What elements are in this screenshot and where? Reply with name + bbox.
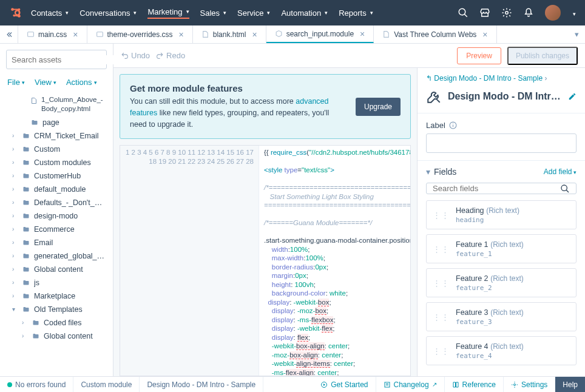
search-assets-field[interactable] [12, 55, 113, 64]
breadcrumb-link[interactable]: Design Modo - DM Intro - Sample [434, 74, 543, 83]
close-tab-icon[interactable]: × [73, 30, 78, 39]
search-icon[interactable] [458, 7, 468, 18]
info-icon[interactable] [449, 121, 457, 129]
gear-icon[interactable] [501, 7, 512, 18]
upgrade-banner: Get more module features You can still e… [120, 74, 411, 139]
tab-overflow-icon[interactable]: ▾ [568, 25, 585, 43]
file-menu[interactable]: File [7, 78, 25, 87]
folder-marketplace[interactable]: ›Marketplace [0, 289, 113, 303]
bell-icon[interactable] [523, 7, 534, 18]
folder-default-module[interactable]: ›default_module [0, 183, 113, 196]
actions-menu[interactable]: Actions [66, 78, 97, 87]
folder-global-content[interactable]: ›Global content [0, 329, 113, 343]
search-assets-input[interactable] [6, 50, 107, 69]
field-name: Feature 3 [456, 308, 489, 317]
file-tabs-bar: main.css×theme-overrides.css×blank.html×… [0, 25, 585, 44]
field-item-feature_4[interactable]: ⋮⋮Feature 4 (Rich text)feature_4 [426, 336, 577, 365]
folder-label: design-modo [34, 212, 78, 220]
code-editor[interactable]: 1 2 3 4 5 6 7 8 9 10 11 12 13 14 15 16 1… [120, 145, 411, 376]
svg-point-21 [513, 384, 515, 385]
folder-page[interactable]: page [0, 116, 113, 129]
field-item-feature_2[interactable]: ⋮⋮Feature 2 (Rich text)feature_2 [426, 268, 577, 297]
folder-customerhub[interactable]: ›CustomerHub [0, 169, 113, 183]
close-tab-icon[interactable]: × [482, 30, 487, 39]
nav-item-conversations[interactable]: Conversations [79, 7, 137, 19]
folder-label: Custom [34, 145, 60, 154]
folder-crm-ticket-email[interactable]: ›CRM_Ticket_Email [0, 129, 113, 143]
collapse-sidebar-icon[interactable] [0, 25, 18, 43]
tab-vast-three-column-webs[interactable]: Vast Three Column Webs× [374, 25, 496, 43]
nav-item-service[interactable]: Service [237, 7, 270, 19]
hubspot-logo-icon[interactable] [9, 6, 22, 19]
preview-button[interactable]: Preview [457, 47, 501, 64]
breadcrumb-back-icon[interactable]: ↰ [426, 74, 432, 83]
drag-handle-icon[interactable]: ⋮⋮ [433, 211, 450, 219]
edit-title-icon[interactable] [568, 92, 577, 101]
tab-search-input-module[interactable]: search_input.module× [266, 25, 374, 43]
folder-label: Marketplace [34, 292, 75, 300]
folder-design-modo[interactable]: ›design-modo [0, 209, 113, 223]
close-tab-icon[interactable]: × [179, 30, 184, 39]
changelog-link[interactable]: Changelog ↗ [376, 377, 445, 392]
nav-item-sales[interactable]: Sales [200, 7, 227, 19]
field-id: feature_4 [456, 352, 524, 360]
search-fields-field[interactable] [433, 184, 560, 193]
reference-link[interactable]: Reference [445, 377, 504, 392]
nav-item-reports[interactable]: Reports [339, 7, 373, 19]
field-item-heading[interactable]: ⋮⋮Heading (Rich text)heading [426, 200, 577, 229]
folder-email[interactable]: ›Email [0, 236, 113, 249]
nav-item-contacts[interactable]: Contacts [31, 7, 69, 19]
folder-defaults-don-t-delete[interactable]: ›Defaults_-_Don't_Delete [0, 196, 113, 209]
user-avatar[interactable] [545, 5, 561, 21]
add-field-button[interactable]: Add field [544, 167, 577, 176]
search-fields-input[interactable] [426, 183, 577, 194]
folder-label: default_module [34, 185, 86, 194]
help-button[interactable]: Help [555, 377, 585, 392]
drag-handle-icon[interactable]: ⋮⋮ [433, 313, 450, 321]
folder-custom[interactable]: ›Custom [0, 143, 113, 156]
drag-handle-icon[interactable]: ⋮⋮ [433, 347, 450, 355]
field-item-feature_1[interactable]: ⋮⋮Feature 1 (Rich text)feature_1 [426, 234, 577, 263]
close-tab-icon[interactable]: × [252, 30, 257, 39]
close-tab-icon[interactable]: × [360, 29, 365, 39]
field-item-feature_3[interactable]: ⋮⋮Feature 3 (Rich text)feature_3 [426, 302, 577, 331]
drag-handle-icon[interactable]: ⋮⋮ [433, 245, 450, 253]
upgrade-button[interactable]: Upgrade [356, 98, 401, 116]
tab-theme-overrides-css[interactable]: theme-overrides.css× [87, 25, 193, 43]
settings-link[interactable]: Settings [504, 377, 555, 392]
folder-custom-modules[interactable]: ›Custom modules [0, 156, 113, 169]
errors-status[interactable]: No errors found [0, 377, 73, 392]
label-input[interactable] [426, 133, 577, 153]
module-file-icon [275, 30, 283, 38]
undo-button[interactable]: Undo [121, 51, 150, 60]
file-item[interactable]: 1_Column_Above_-Body_copy.html [0, 93, 113, 116]
drag-handle-icon[interactable]: ⋮⋮ [433, 279, 450, 287]
publish-button: Publish changes [507, 47, 578, 65]
folder-global-content[interactable]: ›Global content [0, 263, 113, 276]
banner-title: Get more module features [130, 83, 346, 93]
folder-coded-files[interactable]: ›Coded files [0, 316, 113, 329]
search-icon [560, 184, 570, 194]
module-type-status: Custom module [73, 377, 140, 392]
chevron-down-icon[interactable]: ▾ [426, 167, 430, 177]
field-name: Feature 2 [456, 274, 489, 283]
code-content[interactable]: {{ require_css("//cdn2.hubspot.net/hubfs… [259, 146, 410, 376]
editor-toolbar: Undo Redo Preview Publish changes [113, 44, 585, 68]
marketplace-icon[interactable] [479, 7, 490, 18]
get-started-link[interactable]: Get Started [313, 377, 376, 392]
account-menu-caret[interactable] [572, 8, 576, 18]
tab-blank-html[interactable]: blank.html× [193, 25, 266, 43]
redo-button[interactable]: Redo [156, 51, 185, 60]
folder-ecommerce[interactable]: ›Ecommerce [0, 223, 113, 236]
view-menu[interactable]: View [35, 78, 56, 87]
tab-main-css[interactable]: main.css× [18, 25, 87, 43]
folder-generated-global-groups[interactable]: ›generated_global_groups [0, 249, 113, 263]
folder-js[interactable]: ›js [0, 276, 113, 289]
folder-label: Global content [34, 265, 83, 274]
folder-old-templates[interactable]: ▾Old Templates [0, 303, 113, 316]
folder-label: Defaults_-_Don't_Delete [34, 198, 107, 207]
path-status: Design Modo - DM Intro - Sample [140, 377, 263, 392]
nav-item-automation[interactable]: Automation [281, 7, 328, 19]
nav-item-marketing[interactable]: Marketing [147, 7, 189, 19]
field-id: feature_1 [456, 250, 524, 258]
